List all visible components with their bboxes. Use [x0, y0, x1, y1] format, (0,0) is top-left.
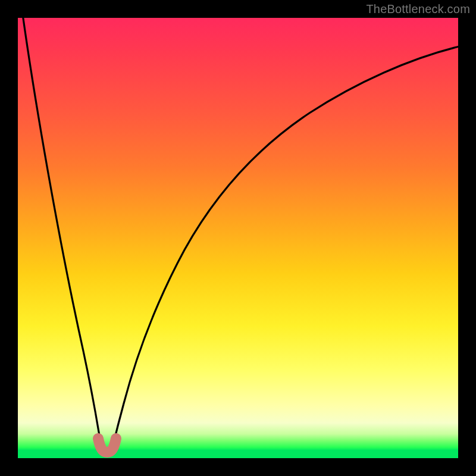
plot-area	[18, 18, 458, 458]
watermark-text: TheBottleneck.com	[366, 2, 470, 16]
chart-svg	[18, 18, 458, 458]
bottleneck-curve-right	[111, 46, 459, 452]
minimum-marker-worm	[98, 439, 116, 452]
bottleneck-curve-left	[23, 14, 103, 452]
outer-black-frame: TheBottleneck.com	[0, 0, 476, 476]
